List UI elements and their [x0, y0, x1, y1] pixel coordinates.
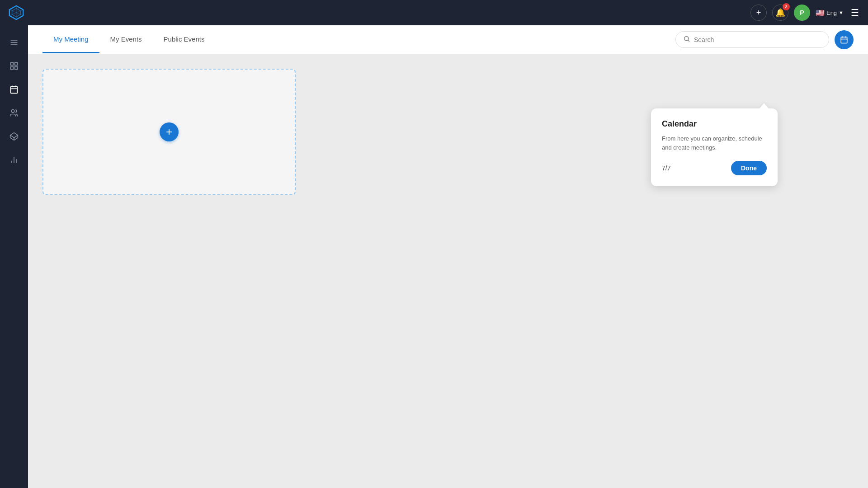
user-avatar[interactable]: P: [794, 5, 810, 21]
add-meeting-button[interactable]: +: [160, 122, 179, 141]
search-bar: [675, 31, 829, 48]
page-content: + Calendar From here you can organize, s…: [28, 54, 868, 488]
sidebar-item-box[interactable]: [4, 127, 24, 146]
svg-point-22: [684, 37, 689, 41]
svg-rect-24: [841, 37, 847, 43]
navbar-right: + 🔔 2 P 🇺🇸 Eng ▼ ☰: [750, 5, 861, 21]
svg-rect-9: [15, 63, 18, 66]
tabs-header: My Meeting My Events Public Events: [28, 25, 868, 54]
notification-badge: 2: [783, 3, 790, 10]
sidebar-item-people[interactable]: [4, 103, 24, 123]
sidebar-item-menu[interactable]: [4, 33, 24, 52]
sidebar-item-chart[interactable]: [4, 150, 24, 170]
done-button[interactable]: Done: [731, 161, 767, 175]
hamburger-menu[interactable]: ☰: [849, 5, 861, 20]
sidebar: [0, 25, 28, 488]
navbar-left: [7, 4, 25, 22]
app-logo: [7, 4, 25, 22]
language-selector[interactable]: 🇺🇸 Eng ▼: [816, 9, 844, 17]
tooltip-step: 7/7: [662, 164, 670, 172]
tab-public-events[interactable]: Public Events: [153, 26, 216, 53]
search-icon: [683, 35, 690, 44]
search-input[interactable]: [694, 36, 821, 43]
tooltip-footer: 7/7 Done: [662, 161, 767, 175]
tooltip-title: Calendar: [662, 119, 767, 129]
svg-rect-10: [11, 67, 14, 70]
sidebar-item-dashboard[interactable]: [4, 56, 24, 76]
navbar: + 🔔 2 P 🇺🇸 Eng ▼ ☰: [0, 0, 868, 25]
main-layout: My Meeting My Events Public Events: [0, 25, 868, 488]
add-button[interactable]: +: [750, 5, 767, 21]
chevron-down-icon: ▼: [839, 10, 844, 15]
tooltip-arrow: [760, 103, 769, 108]
tab-my-events[interactable]: My Events: [99, 26, 153, 53]
tab-my-meeting[interactable]: My Meeting: [42, 26, 99, 53]
calendar-tooltip: Calendar From here you can organize, sch…: [651, 108, 778, 186]
add-meeting-card[interactable]: +: [42, 69, 296, 195]
notification-button[interactable]: 🔔 2: [772, 5, 788, 21]
sidebar-item-calendar[interactable]: [4, 80, 24, 99]
language-label: Eng: [826, 9, 837, 16]
tabs-right: [675, 30, 854, 49]
tooltip-description: From here you can organize, schedule and…: [662, 134, 767, 152]
tabs-list: My Meeting My Events Public Events: [42, 26, 215, 53]
content-area: My Meeting My Events Public Events: [28, 25, 868, 488]
svg-rect-12: [11, 86, 18, 93]
svg-rect-8: [11, 63, 14, 66]
svg-line-23: [688, 40, 689, 42]
calendar-view-button[interactable]: [835, 30, 854, 49]
flag-icon: 🇺🇸: [816, 9, 825, 17]
svg-point-16: [11, 110, 14, 113]
svg-rect-11: [15, 67, 18, 70]
